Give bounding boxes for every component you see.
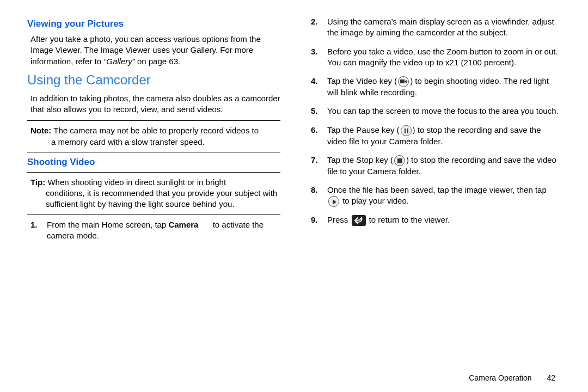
step-3: Before you take a video, use the Zoom bu…	[311, 46, 561, 69]
step-2: Using the camera’s main display screen a…	[311, 16, 561, 39]
tip-label: Tip:	[30, 177, 45, 187]
page-footer: Camera Operation 42	[469, 373, 555, 382]
play-icon	[328, 196, 339, 207]
tip-first-line: When shooting video in direct sunlight o…	[45, 177, 226, 187]
video-key-icon	[398, 76, 409, 87]
text: on page 63.	[135, 57, 180, 66]
step-8: Once the file has been saved, tap the im…	[311, 185, 561, 207]
heading-shooting-video: Shooting Video	[27, 157, 280, 168]
page-number: 42	[547, 373, 555, 382]
tip-block: Tip: When shooting video in direct sunli…	[27, 177, 280, 210]
tip-body: conditions, it is recommended that you p…	[30, 188, 280, 210]
step-9: Press to return to the viewer.	[311, 215, 561, 226]
divider	[27, 172, 280, 173]
viewing-paragraph: After you take a photo, you can access v…	[27, 34, 280, 67]
two-column-layout: Viewing your Pictures After you take a p…	[27, 16, 561, 249]
step-1: From the main Home screen, tap Camera to…	[30, 219, 280, 242]
text: Press	[327, 215, 351, 224]
divider	[27, 120, 280, 121]
step-6: Tap the Pause key () to stop the recordi…	[311, 125, 561, 147]
steps-list-left: From the main Home screen, tap Camera to…	[27, 219, 280, 242]
steps-list-right: Using the camera’s main display screen a…	[308, 16, 561, 226]
text: Tap the Video key (	[327, 76, 397, 85]
text: From the main Home screen, tap	[47, 220, 168, 229]
text: to play your video.	[340, 196, 409, 205]
step-7: Tap the Stop key () to stop the recordin…	[311, 155, 561, 177]
pause-key-icon	[401, 125, 412, 136]
text: Tap the Stop key (	[327, 155, 393, 164]
step-4: Tap the Video key () to begin shooting v…	[311, 76, 561, 98]
back-icon	[352, 215, 366, 226]
note-body: a memory card with a slow transfer speed…	[30, 137, 280, 148]
reference-gallery: “Gallery”	[103, 57, 135, 66]
left-column: Viewing your Pictures After you take a p…	[27, 16, 280, 249]
text: Once the file has been saved, tap the im…	[327, 185, 547, 194]
right-column: Using the camera’s main display screen a…	[308, 16, 561, 249]
divider	[27, 152, 280, 152]
step-5: You can tap the screen to move the focus…	[311, 106, 561, 117]
heading-using-camcorder: Using the Camcorder	[27, 72, 280, 88]
text: to return to the viewer.	[367, 215, 450, 224]
section-name: Camera Operation	[469, 373, 531, 382]
note-label: Note:	[30, 126, 51, 135]
text: Tap the Pause key (	[327, 125, 400, 134]
heading-viewing-pictures: Viewing your Pictures	[27, 19, 280, 29]
note-first-line: The camera may not be able to properly r…	[51, 126, 259, 135]
using-paragraph: In addition to taking photos, the camera…	[27, 93, 280, 115]
camera-icon	[198, 222, 210, 229]
stop-key-icon	[394, 155, 405, 166]
note-block: Note: The camera may not be able to prop…	[27, 125, 280, 148]
camera-label: Camera	[168, 220, 198, 229]
divider	[27, 215, 280, 215]
